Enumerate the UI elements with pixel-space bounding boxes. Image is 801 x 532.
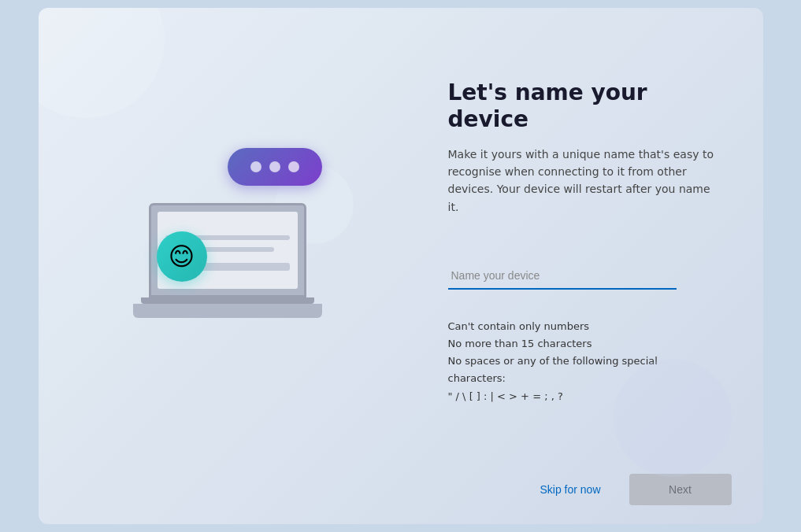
laptop-hinge xyxy=(141,297,314,304)
pill-decoration xyxy=(228,148,322,186)
laptop-keyboard xyxy=(133,304,322,318)
validation-rule-3: No spaces or any of the following specia… xyxy=(448,353,716,387)
illustration-area: 😊 xyxy=(39,8,417,461)
device-name-input[interactable] xyxy=(448,263,677,290)
main-card: 😊 Let's name your device Make it yours w… xyxy=(39,8,763,524)
pill-dot-1 xyxy=(250,161,261,172)
content-area: Let's name your device Make it yours wit… xyxy=(417,32,763,436)
card-footer: Skip for now Next xyxy=(39,461,763,524)
skip-button[interactable]: Skip for now xyxy=(527,475,613,504)
validation-rule-1: Can't contain only numbers xyxy=(448,318,716,335)
pill-dot-2 xyxy=(269,161,280,172)
validation-rule-2: No more than 15 characters xyxy=(448,335,716,353)
input-container xyxy=(448,263,716,290)
laptop-line-3 xyxy=(197,263,290,271)
validation-special-chars: " / \ [ ] : | < > + = ; , ? xyxy=(448,388,716,405)
emoji-face: 😊 xyxy=(169,242,195,272)
pill-dot-3 xyxy=(288,161,299,172)
next-button[interactable]: Next xyxy=(629,474,732,505)
page-title: Let's name your device xyxy=(448,79,716,132)
illustration-wrapper: 😊 xyxy=(109,124,346,345)
card-body: 😊 Let's name your device Make it yours w… xyxy=(39,8,763,461)
page-description: Make it yours with a unique name that's … xyxy=(448,146,716,216)
validation-rules: Can't contain only numbers No more than … xyxy=(448,318,716,405)
emoji-avatar: 😊 xyxy=(157,231,207,282)
